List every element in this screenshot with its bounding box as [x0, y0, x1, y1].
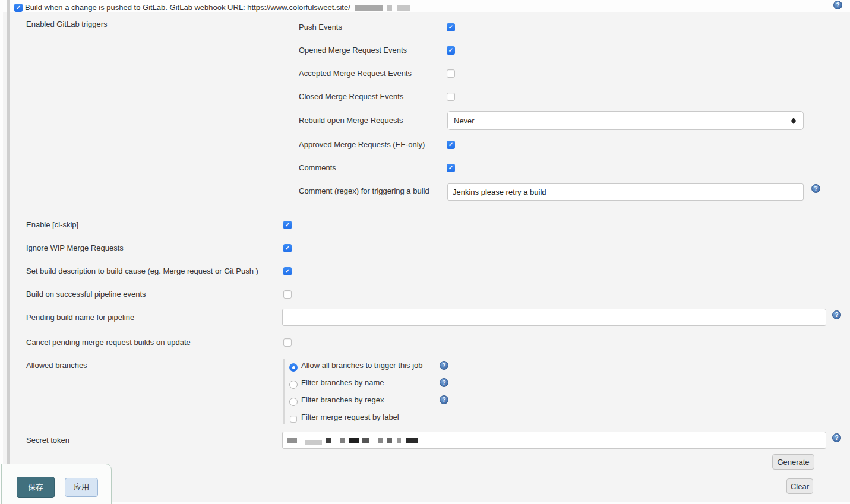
- redacted-url-segment: [387, 5, 392, 11]
- ignore-wip-label: Ignore WIP Merge Requests: [26, 243, 124, 253]
- cancel-pending-checkbox[interactable]: [283, 338, 292, 347]
- help-icon[interactable]: [833, 1, 842, 9]
- allowed-branches-indent-bar: [283, 359, 285, 424]
- cancel-pending-label: Cancel pending merge request builds on u…: [26, 338, 191, 347]
- filter-mr-by-label-checkbox[interactable]: [290, 416, 297, 423]
- redacted-token-segment: [406, 438, 418, 443]
- section-background: [3, 12, 850, 502]
- set-build-description-label: Set build description to build cause (eg…: [26, 267, 258, 276]
- save-button[interactable]: 保存: [17, 477, 55, 498]
- redacted-url-segment: [397, 5, 410, 11]
- build-on-pipeline-label: Build on successful pipeline events: [26, 290, 146, 299]
- set-build-description-checkbox[interactable]: [283, 267, 292, 275]
- allowed-branches-section-label: Allowed branches: [26, 361, 87, 370]
- build-trigger-checkbox[interactable]: [14, 4, 23, 12]
- redacted-token-segment: [378, 438, 383, 443]
- select-stepper-icon: [791, 118, 796, 124]
- redacted-token-segment: [362, 438, 369, 443]
- help-icon[interactable]: [440, 378, 448, 387]
- build-trigger-label: Build when a change is pushed to GitLab.…: [25, 3, 350, 12]
- push-events-label: Push Events: [299, 23, 342, 32]
- gitlab-trigger-config-page: Build when a change is pushed to GitLab.…: [0, 0, 850, 504]
- filter-branches-by-regex-label: Filter branches by regex: [301, 395, 384, 405]
- allow-all-branches-label: Allow all branches to trigger this job: [301, 361, 423, 370]
- pending-build-name-label: Pending build name for pipeline: [26, 313, 134, 322]
- rebuild-open-mr-label: Rebuild open Merge Requests: [299, 116, 403, 125]
- push-events-checkbox[interactable]: [447, 23, 455, 31]
- pending-build-name-input[interactable]: [282, 309, 826, 326]
- redacted-token-segment: [340, 438, 345, 443]
- help-icon[interactable]: [440, 361, 448, 370]
- approved-mr-checkbox[interactable]: [447, 141, 455, 149]
- help-icon[interactable]: [832, 310, 841, 319]
- left-border-line: [2, 0, 2, 464]
- redacted-token-segment: [326, 438, 331, 443]
- help-icon[interactable]: [811, 184, 820, 193]
- clear-button[interactable]: Clear: [786, 478, 813, 494]
- redacted-token-segment: [387, 438, 392, 443]
- section-indent-bar: [7, 0, 10, 464]
- rebuild-open-mr-select[interactable]: Never: [447, 111, 804, 130]
- closed-mr-events-checkbox[interactable]: [447, 93, 455, 101]
- redacted-token-segment: [397, 438, 401, 443]
- comments-label: Comments: [299, 163, 336, 173]
- rebuild-open-mr-selected-value: Never: [454, 116, 475, 125]
- allow-all-branches-radio[interactable]: [289, 363, 298, 372]
- help-icon[interactable]: [832, 433, 841, 442]
- filter-mr-by-label-label: Filter merge request by label: [301, 413, 399, 422]
- closed-mr-events-label: Closed Merge Request Events: [299, 92, 403, 102]
- redacted-token-segment: [305, 440, 322, 445]
- comment-regex-input[interactable]: [447, 183, 804, 201]
- build-trigger-row: Build when a change is pushed to GitLab.…: [25, 3, 410, 12]
- comments-checkbox[interactable]: [447, 164, 455, 172]
- ignore-wip-checkbox[interactable]: [283, 244, 292, 252]
- help-icon[interactable]: [440, 395, 448, 404]
- secret-token-label: Secret token: [26, 436, 69, 445]
- redacted-url-segment: [355, 5, 383, 11]
- secret-token-input[interactable]: [282, 432, 826, 449]
- opened-mr-events-label: Opened Merge Request Events: [299, 46, 407, 55]
- accepted-mr-events-label: Accepted Merge Request Events: [299, 69, 412, 78]
- generate-button[interactable]: Generate: [772, 454, 814, 470]
- approved-mr-label: Approved Merge Requests (EE-only): [299, 140, 425, 150]
- filter-branches-by-name-label: Filter branches by name: [301, 378, 384, 388]
- enabled-triggers-section-label: Enabled GitLab triggers: [26, 20, 108, 29]
- redacted-token-segment: [349, 438, 359, 443]
- comment-regex-label: Comment (regex) for triggering a build: [299, 186, 429, 196]
- enable-ci-skip-label: Enable [ci-skip]: [26, 220, 78, 230]
- filter-branches-by-name-radio[interactable]: [289, 381, 298, 389]
- apply-button[interactable]: 应用: [65, 478, 98, 497]
- opened-mr-events-checkbox[interactable]: [447, 46, 455, 55]
- build-on-pipeline-checkbox[interactable]: [283, 290, 292, 299]
- filter-branches-by-regex-radio[interactable]: [289, 398, 298, 406]
- accepted-mr-events-checkbox[interactable]: [447, 69, 455, 78]
- enable-ci-skip-checkbox[interactable]: [283, 221, 292, 229]
- redacted-token-segment: [287, 438, 297, 443]
